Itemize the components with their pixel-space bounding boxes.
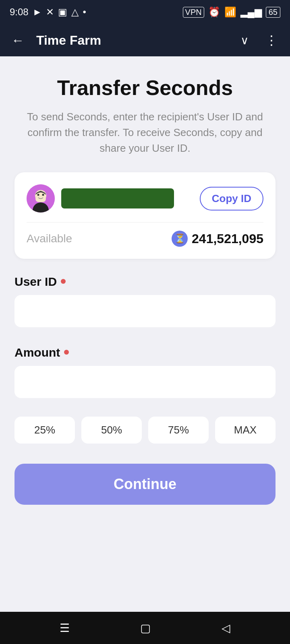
alarm-icon: ⏰ xyxy=(208,6,220,18)
x-icon: ✕ xyxy=(46,6,54,18)
card-divider xyxy=(27,222,263,223)
main-content: Transfer Seconds To send Seconds, enter … xyxy=(0,56,290,612)
user-id-label: User ID xyxy=(14,275,276,289)
nav-bar: ← Time Farm ∨ ⋮ xyxy=(0,24,290,56)
signal-icon: ▂▄▆ xyxy=(240,6,262,18)
back-button[interactable]: ← xyxy=(11,33,24,48)
battery-icon: 65 xyxy=(266,7,280,18)
dot-icon: • xyxy=(83,6,86,18)
nav-home-icon[interactable]: ▢ xyxy=(140,621,151,635)
balance-row: Available ⏳ 241,521,095 xyxy=(27,231,263,247)
vpn-icon: VPN xyxy=(183,7,204,18)
available-label: Available xyxy=(27,232,72,245)
amount-required-indicator xyxy=(64,350,69,355)
page-title: Transfer Seconds xyxy=(14,76,276,99)
copy-id-button[interactable]: Copy ID xyxy=(200,187,263,211)
percent-max-button[interactable]: MAX xyxy=(215,417,276,444)
more-options-button[interactable]: ⋮ xyxy=(265,33,279,48)
amount-section: Amount xyxy=(14,346,276,413)
user-id-input[interactable] xyxy=(14,295,276,327)
user-card-top: Copy ID xyxy=(27,184,263,213)
status-left: 9:08 ► ✕ ▣ △ • xyxy=(10,6,86,18)
avatar xyxy=(27,184,55,213)
status-right: VPN ⏰ 📶 ▂▄▆ 65 xyxy=(183,6,280,18)
time-display: 9:08 xyxy=(10,6,29,18)
hourglass-icon: ⏳ xyxy=(172,231,188,247)
user-name-redacted xyxy=(61,188,174,208)
percent-row: 25% 50% 75% MAX xyxy=(14,417,276,444)
nav-title: Time Farm xyxy=(36,33,232,48)
status-bar: 9:08 ► ✕ ▣ △ • VPN ⏰ 📶 ▂▄▆ 65 xyxy=(0,0,290,24)
svg-point-4 xyxy=(37,194,39,196)
user-id-required-indicator xyxy=(61,279,66,284)
user-info xyxy=(27,184,174,213)
svg-point-5 xyxy=(42,194,44,196)
balance-amount: 241,521,095 xyxy=(192,231,263,246)
image-icon: ▣ xyxy=(58,6,67,18)
percent-75-button[interactable]: 75% xyxy=(148,417,209,444)
amount-label: Amount xyxy=(14,346,276,359)
nav-menu-icon[interactable]: ☰ xyxy=(60,621,70,635)
continue-button[interactable]: Continue xyxy=(14,464,276,505)
bottom-nav: ☰ ▢ ◁ xyxy=(0,612,290,644)
user-id-section: User ID xyxy=(14,275,276,342)
percent-50-button[interactable]: 50% xyxy=(81,417,142,444)
location-icon: ► xyxy=(33,6,42,18)
percent-25-button[interactable]: 25% xyxy=(14,417,75,444)
balance-value: ⏳ 241,521,095 xyxy=(172,231,263,247)
page-subtitle: To send Seconds, enter the recipient's U… xyxy=(14,109,276,156)
user-card: Copy ID Available ⏳ 241,521,095 xyxy=(14,172,276,259)
nav-back-icon[interactable]: ◁ xyxy=(222,621,230,635)
warning-icon: △ xyxy=(71,6,79,18)
amount-input[interactable] xyxy=(14,366,276,398)
dropdown-chevron-icon[interactable]: ∨ xyxy=(240,34,249,47)
wifi-icon: 📶 xyxy=(224,6,236,18)
